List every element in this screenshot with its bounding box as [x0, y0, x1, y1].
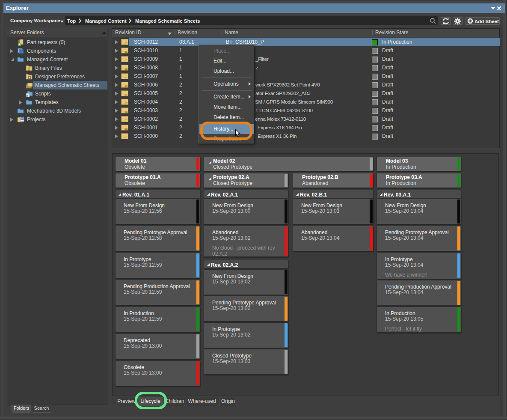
- svg-text:S: S: [27, 95, 28, 97]
- svg-text:10: 10: [28, 69, 30, 71]
